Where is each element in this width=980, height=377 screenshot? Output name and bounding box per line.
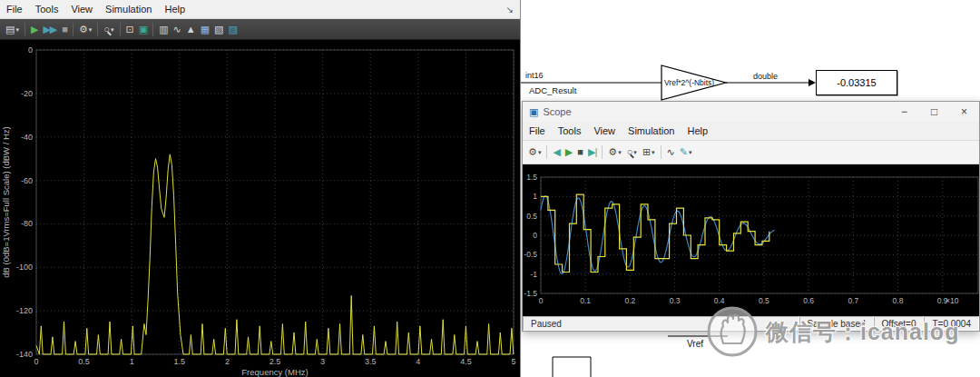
zoom-dropdown[interactable]: ○▾ (101, 21, 116, 38)
screenshot-icon[interactable]: ▣ (136, 21, 150, 38)
menu-item-file[interactable]: File (523, 122, 552, 140)
x-tick-label: 4 (416, 357, 420, 366)
datatype-label-int16: int16 (525, 71, 544, 80)
desktop: int16 ADC_Result Vref*2^(-Nbits) double … (0, 0, 980, 377)
y-tick-label: 1 (533, 192, 537, 201)
scale-axes-icon-glyph: ⊡ (126, 25, 133, 35)
menu-item-tools[interactable]: Tools (552, 122, 588, 140)
dropdown-arrow-icon: ▾ (689, 149, 692, 155)
datatype-label-double: double (753, 72, 778, 81)
scope-app-icon: ▣ (529, 106, 538, 118)
y-tick-label: -20 (21, 89, 33, 98)
y-tick-label: -80 (21, 219, 33, 228)
settings-dropdown[interactable]: ⚙▾ (605, 144, 623, 161)
x-tick-label: 3.5 (365, 357, 377, 366)
menu-item-simulation[interactable]: Simulation (99, 0, 158, 18)
scope-window: ▣ Scope − □ × FileToolsViewSimulationHel… (522, 101, 980, 332)
x-tick-label: 0.8 (893, 296, 904, 305)
spectral-mask-icon[interactable]: ▧ (211, 21, 225, 38)
print-export-dropdown[interactable]: ▤▾ (3, 21, 22, 38)
cursor-measurements-icon-glyph: ∿ (667, 147, 674, 157)
step-forward-button[interactable]: ▶▶ (40, 21, 59, 38)
run-button[interactable]: ▶ (28, 21, 40, 38)
simulation-settings-dropdown[interactable]: ⚙▾ (76, 21, 94, 38)
highlight-dropdown[interactable]: ✎▾ (677, 144, 695, 161)
maximize-button[interactable]: □ (919, 102, 949, 122)
cursor-measurements-icon[interactable]: ∿ (664, 144, 677, 161)
toolbar-separator (546, 145, 547, 159)
menu-item-simulation[interactable]: Simulation (622, 122, 681, 140)
x-tick-label: 0 (34, 357, 38, 366)
menu: FileToolsViewSimulationHelp (0, 0, 191, 18)
menu: FileToolsViewSimulationHelp (523, 122, 714, 140)
signal-info-icon-glyph: ▥ (159, 25, 167, 35)
spectrogram-toggle-icon[interactable]: ▨ (225, 21, 239, 38)
window-title: Scope (543, 106, 571, 117)
dock-arrow-icon[interactable]: ↘ (500, 5, 520, 15)
x-tick-label: 4.5 (460, 357, 472, 366)
menu-item-tools[interactable]: Tools (29, 0, 65, 18)
distortion-measurements-icon[interactable]: ▦ (198, 21, 211, 38)
zoom-dropdown[interactable]: ○▾ (624, 144, 640, 161)
spectrum-plot-area[interactable]: 00.511.522.533.544.550-20-40-60-80-100-1… (0, 40, 520, 377)
dropdown-arrow-icon: ▾ (15, 26, 19, 33)
zoom-dropdown-glyph: ○ (103, 25, 109, 35)
highlight-dropdown-glyph: ✎ (680, 147, 687, 157)
x-tick-label: 0.5 (759, 296, 769, 305)
screenshot-icon-glyph: ▣ (139, 25, 147, 35)
y-tick-label: -60 (21, 176, 33, 185)
scale-axes-icon[interactable]: ⊡ (123, 21, 136, 38)
y-tick-label: -120 (16, 306, 33, 315)
dropdown-arrow-icon: ▾ (652, 149, 655, 155)
x-tick-label: 1.5 (174, 357, 186, 366)
scope-plot-area[interactable]: 00.10.20.30.40.50.60.70.80.91.510.50-0.5… (523, 164, 979, 316)
menu-item-file[interactable]: File (0, 0, 29, 18)
partial-block-outline (553, 357, 591, 377)
toolbar-separator (73, 23, 74, 36)
spectrum-analyzer-window: FileToolsViewSimulationHelp ↘ ▤▾▶▶▶■⚙▾○▾… (0, 0, 521, 377)
signal-name-label: ADC_Result (529, 85, 576, 95)
step-forward-button[interactable]: ▶| (585, 144, 599, 161)
minimize-button[interactable]: − (889, 102, 919, 122)
run-button-glyph: ▶ (31, 25, 37, 35)
x-tick-label: 2 (225, 357, 230, 366)
y-tick-label: 0 (28, 45, 33, 55)
y-tick-label: -1 (530, 270, 537, 279)
stop-button[interactable]: ■ (59, 21, 70, 38)
scope-titlebar[interactable]: ▣ Scope − □ × (523, 102, 979, 122)
step-forward-button-glyph: ▶| (588, 147, 596, 157)
run-button[interactable]: ▶ (563, 144, 574, 161)
cursor-measurements-icon-glyph: ∿ (173, 25, 181, 35)
toolbar-separator (120, 23, 121, 36)
step-back-button[interactable]: ◀ (550, 144, 562, 161)
menu-item-help[interactable]: Help (681, 122, 714, 140)
x-tick-label: 0 (539, 296, 544, 305)
cursor-measurements-icon[interactable]: ∿ (171, 21, 183, 38)
dropdown-arrow-icon: ▾ (111, 26, 114, 33)
toolbar-separator (97, 23, 98, 36)
x-axis-label: Frequency (MHz) (241, 367, 308, 377)
configuration-dropdown[interactable]: ⚙▾ (525, 144, 544, 161)
close-button[interactable]: × (949, 102, 979, 122)
signal-info-icon[interactable]: ▥ (156, 21, 170, 38)
display-block[interactable]: -0.03315 (816, 70, 897, 95)
display-value: -0.03315 (837, 77, 876, 88)
status-sim-time: T=0.0004 (924, 316, 979, 331)
spectrum-menubar: FileToolsViewSimulationHelp ↘ (0, 0, 520, 19)
x-tick-label: 3 (320, 357, 325, 366)
simulation-settings-dropdown-glyph: ⚙ (79, 25, 87, 35)
y-axis-label: dB (0dB=1Vrms=Full Scale) (dBW / Hz) (1, 126, 11, 277)
status-sample-mode: Sample based (799, 316, 874, 331)
y-tick-label: 0 (533, 231, 537, 240)
y-tick-label: 1.5 (526, 173, 537, 182)
y-tick-label: -0.5 (524, 250, 537, 259)
menu-item-view[interactable]: View (587, 122, 622, 140)
menu-item-help[interactable]: Help (158, 0, 191, 18)
y-tick-label: -140 (16, 350, 33, 359)
stop-button[interactable]: ■ (574, 144, 585, 161)
peak-finder-icon[interactable]: ▲ (183, 21, 198, 38)
menu-item-view[interactable]: View (64, 0, 99, 18)
layout-dropdown[interactable]: ⊞▾ (640, 144, 658, 161)
x-tick-label: 5 (511, 357, 515, 366)
step-forward-button-glyph: ▶▶ (43, 25, 56, 35)
